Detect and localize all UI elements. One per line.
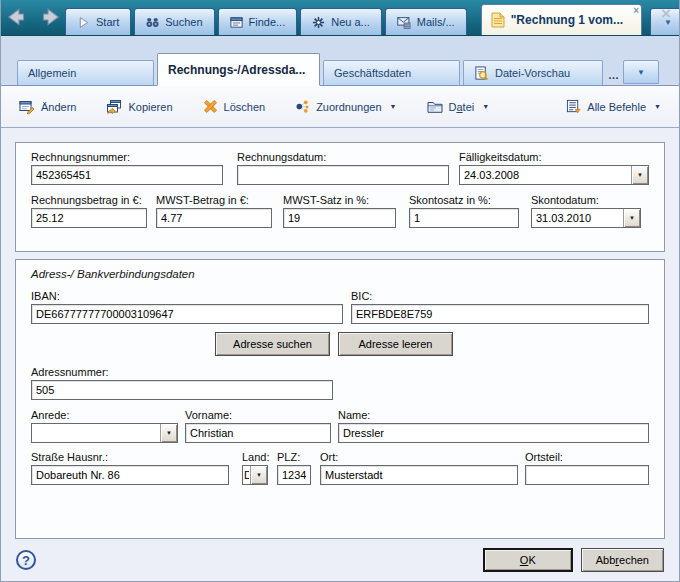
bic-label: BIC: bbox=[351, 290, 649, 302]
anrede-input[interactable] bbox=[32, 424, 160, 442]
combo-arrow-icon: ▼ bbox=[637, 172, 643, 178]
skontosatz-label: Skontosatz in %: bbox=[409, 194, 519, 206]
rechnungsbetrag-label: Rechnungsbetrag in €: bbox=[31, 194, 147, 206]
nav-tab-mails[interactable]: Mails/... bbox=[385, 8, 467, 35]
kopieren-button[interactable]: Kopieren bbox=[106, 99, 172, 115]
zuordnungen-menu-button[interactable]: Zuordnungen ▼ bbox=[295, 99, 396, 114]
doc-tab-label: "Rechnung 1 vom... bbox=[511, 13, 623, 27]
back-arrow-icon[interactable] bbox=[6, 7, 32, 27]
file-preview-icon bbox=[474, 66, 489, 81]
nav-tab-suchen[interactable]: Suchen bbox=[134, 8, 214, 35]
edit-pencil-icon bbox=[19, 99, 35, 115]
skontodatum-label: Skontodatum: bbox=[531, 194, 641, 206]
rechnungsbetrag-input[interactable] bbox=[31, 208, 147, 228]
rechnungsdatum-input[interactable] bbox=[237, 165, 449, 185]
iban-input[interactable] bbox=[31, 304, 343, 324]
window-list-icon bbox=[230, 16, 243, 29]
loeschen-button[interactable]: Löschen bbox=[203, 99, 266, 114]
folder-icon bbox=[427, 99, 443, 115]
adresse-leeren-button[interactable]: Adresse leeren bbox=[338, 332, 453, 356]
ort-label: Ort: bbox=[320, 451, 518, 463]
abbrechen-button[interactable]: Abbrechen bbox=[581, 548, 664, 572]
tab-label: Rechnungs-/Adressda... bbox=[168, 63, 305, 77]
adressnummer-input[interactable] bbox=[31, 380, 333, 400]
ort-input[interactable] bbox=[320, 465, 518, 485]
name-label: Name: bbox=[338, 409, 649, 421]
page-tab-dropdown-button[interactable]: ▼ bbox=[623, 60, 659, 84]
start-icon bbox=[77, 16, 90, 29]
chevron-down-icon: ▼ bbox=[482, 103, 489, 110]
mwst-betrag-input[interactable] bbox=[156, 208, 272, 228]
forward-arrow-icon[interactable] bbox=[35, 7, 61, 27]
faelligkeitsdatum-field: Fälligkeitsdatum: ▼ bbox=[459, 151, 649, 185]
mwst-satz-field: MWST-Satz in %: bbox=[283, 194, 396, 228]
strasse-input[interactable] bbox=[31, 465, 229, 485]
rechnungsnummer-field: Rechnungsnummer: bbox=[31, 151, 223, 185]
invoice-data-group: Rechnungsnummer: Rechnungsdatum: Fälligk… bbox=[15, 142, 665, 252]
anrede-field: Anrede: ▼ bbox=[31, 409, 178, 443]
datei-menu-button[interactable]: Datei ▼ bbox=[427, 99, 490, 115]
nav-tab-strip: Start Suchen Finde... Neu a... bbox=[65, 0, 680, 35]
tab-rechnungs-adressdaten[interactable]: Rechnungs-/Adressda... bbox=[157, 53, 320, 86]
faelligkeitsdatum-dropdown-button[interactable]: ▼ bbox=[631, 166, 648, 184]
tab-allgemein[interactable]: Allgemein bbox=[17, 60, 154, 85]
skontodatum-dropdown-button[interactable]: ▼ bbox=[623, 209, 640, 227]
aendern-button[interactable]: Ändern bbox=[19, 99, 76, 115]
doc-tab-close-icon[interactable]: × bbox=[633, 5, 639, 16]
nav-tab-neu[interactable]: Neu a... bbox=[300, 8, 382, 35]
chevron-down-icon: ▼ bbox=[654, 103, 661, 110]
doc-tab-rechnung[interactable]: × "Rechnung 1 vom... bbox=[481, 4, 642, 35]
tab-geschaeftsdaten[interactable]: Geschäftsdaten bbox=[323, 60, 460, 85]
adresse-suchen-button[interactable]: Adresse suchen bbox=[215, 332, 330, 356]
tab-datei-vorschau[interactable]: Datei-Vorschau bbox=[463, 60, 603, 85]
mwst-betrag-field: MWST-Betrag in €: bbox=[156, 194, 272, 228]
faelligkeitsdatum-input[interactable] bbox=[460, 166, 631, 184]
new-burst-icon bbox=[312, 16, 325, 29]
rechnungsdatum-field: Rechnungsdatum: bbox=[237, 151, 449, 185]
binoculars-icon bbox=[146, 16, 159, 29]
land-field: Land: ▼ bbox=[242, 451, 268, 485]
nav-tab-label: Mails/... bbox=[417, 16, 455, 28]
bic-field: BIC: bbox=[351, 290, 649, 324]
ortsteil-input[interactable] bbox=[525, 465, 649, 485]
mail-icon bbox=[397, 16, 411, 29]
rechnungsdatum-label: Rechnungsdatum: bbox=[237, 151, 449, 163]
land-label: Land: bbox=[242, 451, 268, 463]
rechnungsnummer-input[interactable] bbox=[31, 165, 223, 185]
adressnummer-field: Adressnummer: bbox=[31, 366, 333, 400]
strasse-field: Straße Hausnr.: bbox=[31, 451, 229, 485]
section-title: Adress-/ Bankverbindungsdaten bbox=[31, 268, 649, 280]
form-content: Rechnungsnummer: Rechnungsdatum: Fälligk… bbox=[1, 128, 679, 539]
vorname-field: Vorname: bbox=[185, 409, 331, 443]
help-icon[interactable]: ? bbox=[16, 550, 36, 570]
plz-field: PLZ: bbox=[277, 451, 311, 485]
copy-icon bbox=[106, 99, 122, 115]
land-input[interactable] bbox=[243, 466, 250, 484]
ortsteil-field: Ortsteil: bbox=[525, 451, 649, 485]
window-close-icon[interactable]: × bbox=[661, 5, 671, 22]
plz-label: PLZ: bbox=[277, 451, 311, 463]
link-nodes-icon bbox=[295, 99, 310, 114]
ok-button[interactable]: OK bbox=[483, 548, 573, 572]
plz-input[interactable] bbox=[277, 465, 311, 485]
anrede-dropdown-button[interactable]: ▼ bbox=[160, 424, 177, 442]
vorname-label: Vorname: bbox=[185, 409, 331, 421]
name-field: Name: bbox=[338, 409, 649, 443]
tab-overflow-indicator[interactable]: … bbox=[608, 69, 620, 81]
command-toolbar: Ändern Kopieren Löschen Zuordnungen ▼ bbox=[1, 86, 679, 128]
rechnungsbetrag-field: Rechnungsbetrag in €: bbox=[31, 194, 147, 228]
chevron-down-icon: ▼ bbox=[637, 68, 645, 77]
alle-befehle-menu-button[interactable]: Alle Befehle ▼ bbox=[566, 99, 661, 114]
mwst-satz-input[interactable] bbox=[283, 208, 396, 228]
name-input[interactable] bbox=[338, 423, 649, 443]
skontodatum-input[interactable] bbox=[532, 209, 623, 227]
tab-label: Allgemein bbox=[28, 67, 76, 79]
vorname-input[interactable] bbox=[185, 423, 331, 443]
nav-tab-start[interactable]: Start bbox=[65, 8, 131, 35]
nav-tab-label: Start bbox=[96, 16, 119, 28]
combo-arrow-icon: ▼ bbox=[629, 215, 635, 221]
skontosatz-input[interactable] bbox=[409, 208, 519, 228]
bic-input[interactable] bbox=[351, 304, 649, 324]
land-dropdown-button[interactable]: ▼ bbox=[250, 466, 267, 484]
nav-tab-finde[interactable]: Finde... bbox=[218, 8, 298, 35]
